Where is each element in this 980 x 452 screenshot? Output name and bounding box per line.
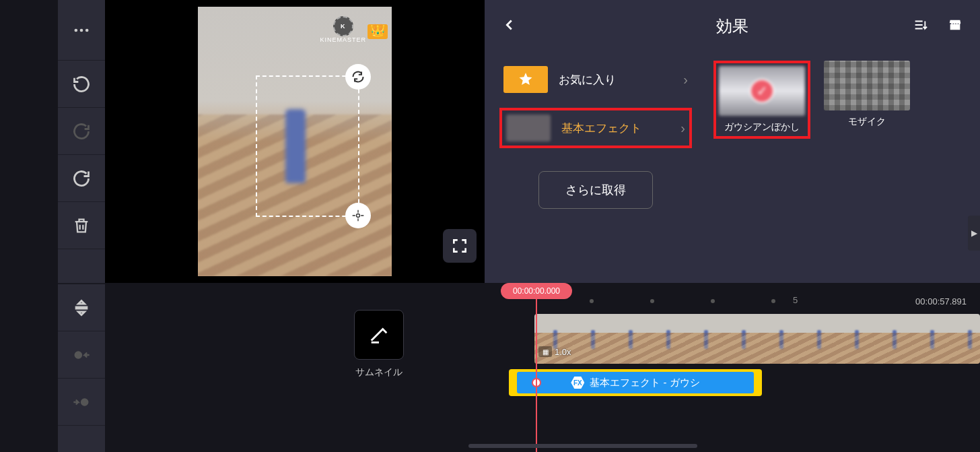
playhead-time: 00:00:00.000 — [501, 283, 572, 299]
timeline-area: サムネイル 5 00:00:57.891 ▦ 1.0x FX 基本エフェクト -… — [105, 283, 980, 452]
playhead[interactable]: 00:00:00.000 — [536, 288, 537, 452]
gaussian-blur-tile[interactable]: ✓ ガウシアンぼかし — [713, 61, 810, 139]
video-track[interactable]: ▦ 1.0x — [534, 314, 980, 364]
video-track-badge: ▦ 1.0x — [538, 346, 571, 357]
fullscreen-button[interactable] — [443, 229, 477, 263]
effect-clip-label: 基本エフェクト - ガウシ — [590, 377, 699, 389]
panel-title: 効果 — [716, 15, 748, 37]
preview-area: K KINEMASTER — [105, 0, 485, 283]
duration-label: 00:00:57.891 — [915, 296, 967, 306]
svg-point-0 — [75, 28, 78, 32]
ruler-tick — [650, 299, 654, 303]
effects-panel: 効果 お気に入り › 基本エフェクト › さらに取得 ✓ — [485, 0, 980, 283]
keyframe-in-button[interactable] — [58, 331, 105, 379]
store-button[interactable] — [948, 18, 963, 35]
basic-effects-label: 基本エフェクト — [561, 121, 670, 136]
rotate-handle-icon[interactable] — [345, 64, 371, 90]
mosaic-tile[interactable]: モザイク — [824, 61, 910, 139]
gaussian-thumb: ✓ — [719, 66, 805, 116]
watermark-label: KINEMASTER — [320, 36, 366, 43]
redo-button[interactable] — [58, 108, 105, 155]
back-button[interactable] — [502, 18, 517, 35]
timeline-scrollbar[interactable] — [468, 444, 697, 448]
svg-point-2 — [85, 28, 89, 32]
gaussian-label: ガウシアンぼかし — [724, 121, 800, 133]
mosaic-label: モザイク — [848, 116, 886, 128]
ruler-tick — [771, 299, 775, 303]
star-icon — [503, 66, 548, 93]
svg-point-4 — [75, 351, 83, 359]
replay-button[interactable] — [58, 155, 105, 202]
thumbnail-label: サムネイル — [355, 366, 403, 379]
right-drawer-handle[interactable]: ▶ — [968, 216, 980, 251]
effects-grid: ✓ ガウシアンぼかし モザイク — [713, 61, 910, 139]
kinemaster-watermark: K KINEMASTER — [320, 16, 366, 43]
fx-icon: FX — [571, 376, 584, 389]
keyframe-out-button[interactable] — [58, 379, 105, 426]
video-preview[interactable]: K KINEMASTER — [198, 7, 392, 276]
anchor-handle-icon[interactable] — [345, 203, 371, 228]
ruler-marker-5: 5 — [793, 295, 798, 305]
thumbnail-tool: サムネイル — [347, 310, 411, 379]
speed-label: 1.0x — [555, 347, 571, 357]
svg-point-3 — [357, 214, 360, 218]
effect-clip-inner: FX 基本エフェクト - ガウシ — [517, 372, 754, 393]
video-clip-icon: ▦ — [538, 346, 552, 357]
favorites-label: お気に入り — [559, 72, 672, 88]
basic-effects-thumb — [506, 115, 551, 141]
undo-button[interactable] — [58, 61, 105, 108]
ruler-tick — [590, 299, 594, 303]
category-list: お気に入り › 基本エフェクト › さらに取得 — [485, 53, 707, 218]
sort-button[interactable] — [913, 18, 928, 35]
expand-tracks-button[interactable] — [58, 284, 105, 331]
panel-header: 効果 — [485, 0, 980, 53]
more-button[interactable] — [58, 0, 105, 61]
thumbnail-button[interactable] — [354, 310, 404, 360]
effect-clip[interactable]: FX 基本エフェクト - ガウシ — [509, 369, 762, 396]
basic-effects-category[interactable]: 基本エフェクト › — [499, 108, 692, 148]
effect-selection-box[interactable] — [256, 75, 359, 217]
mosaic-thumb — [824, 61, 910, 110]
check-icon: ✓ — [750, 79, 774, 103]
svg-point-5 — [81, 398, 89, 406]
chevron-right-icon: › — [680, 121, 685, 136]
ruler-tick — [711, 299, 715, 303]
timeline-sidebar — [58, 283, 105, 452]
favorites-category[interactable]: お気に入り › — [499, 62, 692, 97]
svg-point-1 — [80, 28, 83, 32]
delete-button[interactable] — [58, 202, 105, 249]
get-more-button[interactable]: さらに取得 — [538, 171, 653, 209]
kinemaster-logo-icon: K — [333, 16, 353, 36]
chevron-right-icon: › — [683, 72, 688, 88]
premium-crown-icon[interactable] — [368, 24, 388, 39]
